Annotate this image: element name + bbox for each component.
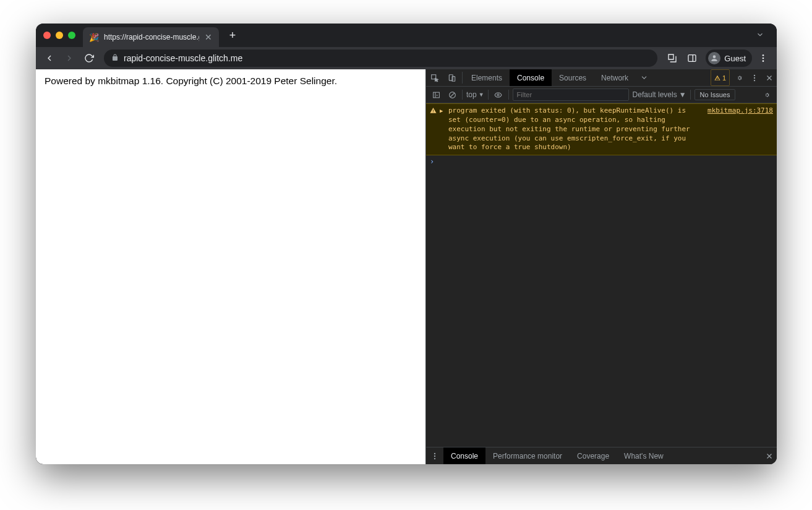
warnings-count: 1 (722, 74, 726, 82)
device-toolbar-button[interactable] (443, 69, 461, 86)
page-body-text: Powered by mkbitmap 1.16. Copyright (C) … (45, 76, 417, 87)
media-control-button[interactable] (664, 50, 681, 67)
log-source-link[interactable]: mkbitmap.js:3718 (703, 106, 773, 152)
back-button[interactable] (41, 50, 58, 67)
minimize-window-button[interactable] (56, 32, 63, 39)
content-row: Powered by mkbitmap 1.16. Copyright (C) … (36, 69, 777, 464)
profile-button[interactable]: Guest (706, 50, 752, 67)
console-toolbar: top ▼ Default levels ▼ No Issues (426, 87, 777, 103)
svg-point-8 (754, 74, 755, 76)
context-label: top (466, 90, 477, 99)
svg-line-16 (450, 93, 455, 97)
tab-network[interactable]: Network (594, 69, 636, 86)
console-settings-button[interactable] (761, 91, 773, 99)
console-prompt[interactable]: › (426, 155, 777, 168)
live-expression-button[interactable] (492, 91, 505, 99)
page-viewport[interactable]: Powered by mkbitmap 1.16. Copyright (C) … (36, 69, 425, 464)
prompt-chevron-icon: › (430, 157, 438, 166)
devtools-close-button[interactable] (762, 69, 777, 86)
console-context-selector[interactable]: top ▼ (466, 90, 484, 99)
devtools-tabs: Elements Console Sources Network 1 (426, 69, 777, 87)
drawer-tab-whats-new[interactable]: What's New (617, 447, 671, 464)
tab-console[interactable]: Console (510, 69, 552, 86)
svg-point-18 (434, 452, 435, 454)
chevron-down-icon: ▼ (479, 92, 484, 98)
warnings-indicator[interactable]: 1 (711, 69, 730, 86)
svg-point-19 (434, 455, 435, 456)
devtools-settings-button[interactable] (732, 69, 747, 86)
console-filter-input[interactable] (513, 89, 629, 101)
log-levels-dropdown[interactable]: Default levels ▼ (633, 90, 686, 99)
close-window-button[interactable] (43, 32, 51, 39)
drawer-close-button[interactable] (762, 452, 777, 460)
issues-button[interactable]: No Issues (694, 89, 736, 100)
log-expand-toggle[interactable]: ▶ (440, 106, 446, 152)
omnibox[interactable]: rapid-concise-muscle.glitch.me (104, 50, 657, 67)
inspect-element-button[interactable] (426, 69, 443, 86)
devtools-menu-button[interactable] (747, 69, 762, 86)
maximize-window-button[interactable] (68, 32, 75, 39)
clear-console-button[interactable] (446, 91, 458, 99)
tabs-overflow-button[interactable] (751, 28, 769, 43)
drawer-tab-performance-monitor[interactable]: Performance monitor (485, 447, 570, 464)
omnibox-url: rapid-concise-muscle.glitch.me (124, 53, 242, 63)
warning-icon (429, 106, 437, 152)
tab-elements[interactable]: Elements (464, 69, 510, 86)
svg-rect-0 (688, 55, 696, 62)
devtools-drawer: Console Performance monitor Coverage Wha… (426, 447, 777, 464)
window-controls (43, 32, 75, 39)
svg-point-17 (497, 93, 499, 95)
tab-title: https://rapid-concise-muscle.g (104, 33, 199, 41)
console-output[interactable]: ▶ program exited (with status: 0), but k… (426, 103, 777, 447)
browser-menu-button[interactable] (754, 50, 772, 67)
more-tabs-button[interactable] (636, 69, 652, 86)
title-bar: 🎉 https://rapid-concise-muscle.g ✕ + (36, 24, 777, 47)
chevron-down-icon: ▼ (679, 90, 686, 99)
svg-point-9 (754, 77, 755, 78)
new-tab-button[interactable]: + (224, 27, 241, 44)
side-panel-button[interactable] (683, 50, 701, 67)
svg-rect-13 (433, 92, 439, 98)
svg-point-2 (763, 54, 764, 56)
drawer-tab-console[interactable]: Console (443, 447, 485, 464)
avatar-icon (708, 52, 720, 64)
reload-button[interactable] (80, 50, 98, 67)
profile-label: Guest (724, 54, 746, 63)
lock-icon (111, 53, 119, 63)
levels-label: Default levels (633, 90, 677, 99)
drawer-tab-coverage[interactable]: Coverage (570, 447, 617, 464)
browser-window: 🎉 https://rapid-concise-muscle.g ✕ + rap… (36, 24, 777, 464)
address-bar: rapid-concise-muscle.glitch.me Guest (36, 47, 777, 69)
svg-point-4 (763, 60, 764, 62)
console-sidebar-toggle[interactable] (430, 91, 442, 99)
drawer-menu-button[interactable] (426, 452, 443, 460)
svg-point-10 (754, 79, 755, 80)
svg-point-20 (434, 457, 435, 459)
tab-favicon: 🎉 (89, 33, 99, 42)
console-warning-entry[interactable]: ▶ program exited (with status: 0), but k… (426, 103, 777, 155)
log-message: program exited (with status: 0), but kee… (448, 106, 700, 152)
devtools-panel: Elements Console Sources Network 1 (425, 69, 777, 464)
svg-point-3 (763, 58, 764, 59)
forward-button[interactable] (61, 50, 78, 67)
close-tab-button[interactable]: ✕ (204, 33, 213, 41)
tab-sources[interactable]: Sources (552, 69, 594, 86)
browser-tab[interactable]: 🎉 https://rapid-concise-muscle.g ✕ (83, 27, 219, 47)
